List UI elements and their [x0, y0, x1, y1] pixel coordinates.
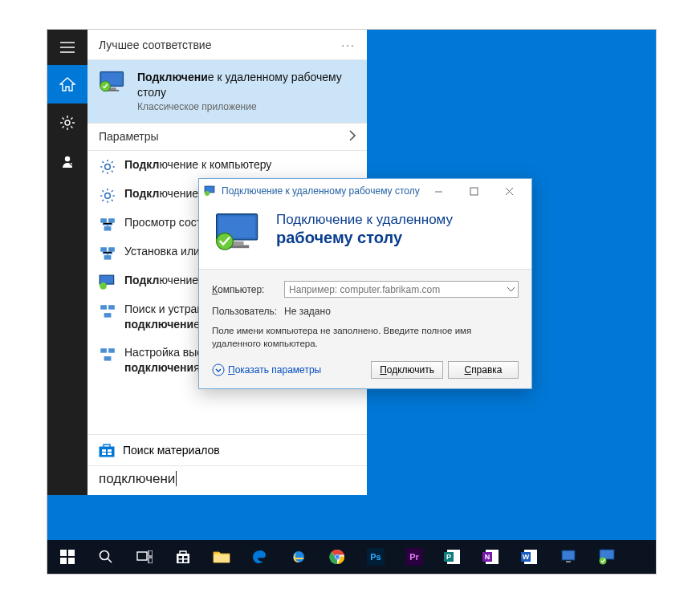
rdc-icon [99, 70, 128, 94]
computer-combo[interactable] [284, 281, 519, 298]
best-match-item[interactable]: Подключение к удаленному рабочему столу … [88, 60, 367, 124]
chevron-down-circle-icon [212, 363, 225, 376]
onenote-icon[interactable]: N [473, 540, 510, 574]
computer-label: Компьютер: [212, 284, 276, 295]
svg-text:N: N [485, 553, 490, 561]
svg-rect-23 [104, 356, 112, 360]
svg-rect-22 [108, 348, 115, 352]
app-icon-generic[interactable] [550, 540, 587, 574]
svg-rect-45 [149, 550, 153, 556]
svg-rect-41 [60, 558, 67, 564]
svg-rect-32 [470, 188, 478, 195]
connect-button[interactable]: Подключить [371, 361, 443, 379]
user-value: Не задано [284, 306, 331, 317]
svg-text:W: W [523, 553, 530, 561]
svg-rect-11 [108, 218, 115, 222]
more-icon[interactable]: ··· [341, 39, 356, 51]
help-button[interactable]: Справка [448, 361, 519, 379]
explorer-icon[interactable] [203, 540, 240, 574]
svg-rect-51 [184, 560, 188, 562]
svg-rect-15 [104, 255, 112, 259]
svg-rect-46 [149, 558, 153, 563]
dialog-titlebar[interactable]: Подключение к удаленному рабочему столу [199, 179, 531, 203]
params-section-header[interactable]: Параметры [88, 124, 367, 151]
desktop-area: Лучшее соответствие ··· Подключение к уд… [47, 29, 657, 575]
taskview-icon[interactable] [126, 540, 163, 574]
settings-icon[interactable] [47, 104, 88, 142]
dialog-body: Компьютер: Пользователь: Не задано Поле … [199, 269, 531, 388]
svg-rect-72 [566, 561, 571, 562]
dropdown-icon[interactable] [503, 282, 518, 297]
network-icon [99, 217, 116, 231]
edge-icon[interactable] [242, 540, 279, 574]
svg-rect-71 [562, 550, 575, 560]
app-icon-teal[interactable]: P [434, 540, 471, 574]
dialog-note: Поле имени компьютера не заполнено. Введ… [212, 325, 519, 350]
store-label: Поиск материалов [123, 444, 220, 457]
svg-point-1 [65, 156, 70, 161]
store-taskbar-icon[interactable] [165, 540, 201, 574]
svg-rect-42 [68, 558, 75, 564]
svg-rect-49 [184, 556, 188, 558]
rdc-small-icon [99, 274, 116, 289]
store-icon [99, 443, 115, 457]
svg-rect-29 [108, 453, 112, 455]
svg-rect-25 [100, 447, 114, 457]
svg-rect-26 [102, 449, 106, 452]
svg-rect-50 [179, 560, 183, 562]
network-icon [99, 303, 116, 318]
svg-point-57 [336, 555, 339, 558]
list-item[interactable]: Подключение к компьютеру [88, 151, 367, 180]
svg-rect-21 [100, 348, 107, 352]
maximize-button[interactable] [456, 180, 491, 202]
svg-text:Pr: Pr [409, 552, 419, 562]
start-rail [47, 30, 88, 495]
search-taskbar-icon[interactable] [88, 540, 124, 574]
svg-rect-18 [100, 305, 107, 309]
svg-point-8 [105, 164, 111, 170]
svg-point-38 [213, 364, 224, 376]
best-match-text: Подключение к удаленному рабочему столу … [137, 70, 356, 113]
svg-point-43 [100, 551, 109, 560]
svg-rect-14 [108, 247, 115, 251]
taskbar: Ps Pr P N W [47, 540, 656, 574]
user-label: Пользователь: [212, 306, 276, 317]
home-icon[interactable] [47, 65, 88, 104]
svg-rect-44 [137, 552, 147, 560]
svg-text:Ps: Ps [370, 552, 381, 562]
svg-rect-47 [177, 554, 189, 563]
rdc-dialog: Подключение к удаленному рабочему столу … [198, 178, 532, 389]
svg-rect-10 [100, 218, 107, 222]
chevron-right-icon [348, 130, 356, 144]
premiere-icon[interactable]: Pr [396, 540, 433, 574]
close-button[interactable] [491, 180, 527, 202]
minimize-button[interactable] [421, 180, 456, 202]
search-input-row[interactable]: подключени [88, 465, 367, 495]
gear-icon [99, 188, 116, 202]
chrome-icon[interactable] [319, 540, 356, 574]
network-icon [99, 347, 116, 361]
dialog-header: Подключение к удаленному рабочему столу [199, 203, 531, 269]
menu-button[interactable] [47, 30, 88, 65]
svg-rect-48 [179, 556, 183, 558]
network-icon [99, 246, 116, 260]
rdc-taskbar-icon[interactable] [588, 540, 625, 574]
store-item[interactable]: Поиск материалов [88, 434, 367, 465]
ie-icon[interactable] [280, 540, 317, 574]
svg-rect-28 [102, 453, 106, 455]
svg-rect-27 [108, 449, 112, 452]
rdc-title-icon [204, 185, 217, 197]
svg-rect-20 [104, 313, 112, 317]
start-button[interactable] [49, 540, 86, 574]
svg-rect-40 [68, 550, 75, 556]
word-icon[interactable]: W [511, 540, 548, 574]
best-match-header: Лучшее соответствие ··· [88, 30, 367, 60]
show-params-link[interactable]: Показать параметры [212, 363, 366, 376]
computer-input[interactable] [284, 281, 519, 298]
user-icon[interactable] [47, 142, 88, 181]
svg-point-0 [65, 120, 70, 125]
gear-icon [99, 159, 116, 173]
photoshop-icon[interactable]: Ps [357, 540, 394, 574]
best-match-label: Лучшее соответствие [99, 39, 211, 51]
rdc-large-icon [212, 211, 265, 256]
